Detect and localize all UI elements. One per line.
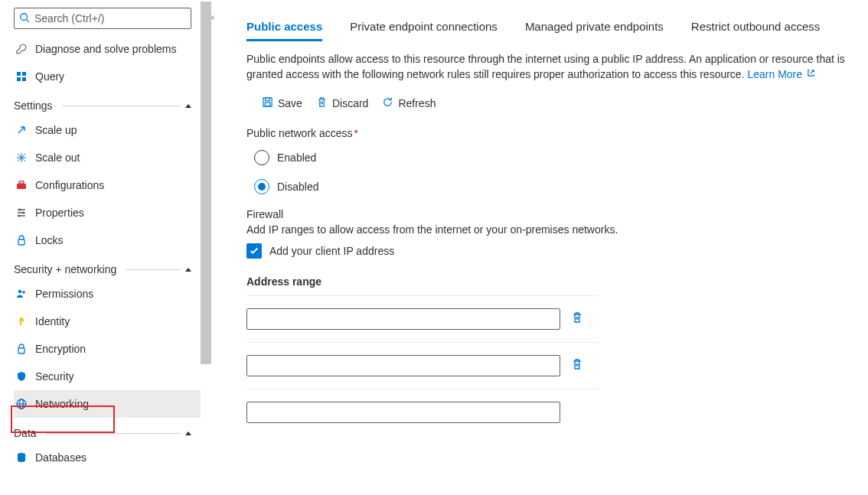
nav-label: Scale up (35, 124, 77, 136)
nav-label: Scale out (35, 151, 80, 164)
refresh-button[interactable]: Refresh (382, 96, 436, 110)
section-title: Settings (14, 99, 53, 112)
nav-item-encryption[interactable]: Encryption (14, 335, 201, 363)
nav-label: Query (35, 70, 64, 83)
svg-rect-4 (17, 77, 21, 81)
address-range-input[interactable] (246, 355, 560, 376)
radio-circle[interactable] (254, 150, 269, 165)
delete-row-button[interactable] (571, 311, 583, 326)
shield-icon (14, 370, 29, 383)
svg-rect-21 (265, 103, 270, 106)
svg-rect-3 (22, 72, 26, 76)
svg-rect-2 (17, 72, 21, 76)
svg-point-12 (18, 290, 21, 293)
svg-line-1 (27, 19, 30, 22)
sidebar: « Diagnose and solve problems Query Sett… (0, 0, 201, 495)
radio-label: Disabled (277, 181, 318, 193)
add-client-ip-checkbox-row[interactable]: Add your client IP address (246, 243, 853, 259)
discard-label: Discard (332, 97, 368, 109)
save-label: Save (278, 97, 302, 109)
search-icon (19, 12, 33, 25)
tab-managed-private-endpoints[interactable]: Managed private endpoints (525, 15, 664, 41)
address-range-input[interactable] (246, 402, 560, 423)
main-pane: Public accessPrivate endpoint connection… (201, 0, 868, 495)
radio-enabled[interactable]: Enabled (254, 150, 853, 165)
wrench-icon (14, 43, 29, 55)
address-range-header: Address range (246, 275, 853, 288)
svg-point-10 (18, 215, 21, 217)
external-link-icon (807, 70, 815, 79)
address-range-row (246, 342, 599, 389)
add-client-ip-label: Add your client IP address (269, 245, 394, 257)
section-title: Data (14, 427, 37, 439)
nav-item-configurations[interactable]: Configurations (14, 171, 201, 199)
radio-label: Enabled (277, 151, 316, 164)
tab-restrict-outbound-access[interactable]: Restrict outbound access (691, 15, 820, 41)
nav-item-networking[interactable]: Networking (14, 390, 201, 418)
radio-circle[interactable] (254, 179, 269, 194)
learn-more-label: Learn More (747, 68, 802, 80)
nav-label: Configurations (35, 179, 104, 191)
sidebar-search-input[interactable] (33, 11, 186, 25)
svg-rect-20 (266, 97, 270, 100)
svg-point-8 (19, 209, 21, 211)
svg-point-0 (21, 13, 28, 20)
svg-point-9 (22, 212, 24, 214)
discard-button[interactable]: Discard (316, 96, 368, 110)
section-header-data[interactable]: Data (14, 418, 191, 444)
address-range-input[interactable] (246, 308, 560, 330)
nav-item-scale-up[interactable]: Scale up (14, 116, 201, 144)
scaleup-icon (14, 124, 29, 136)
sidebar-search[interactable] (14, 8, 191, 29)
identity-icon (14, 315, 29, 327)
chevron-up-icon (185, 431, 191, 435)
save-icon (262, 96, 273, 110)
add-client-ip-checkbox[interactable] (246, 243, 262, 259)
tab-private-endpoint-connections[interactable]: Private endpoint connections (350, 15, 498, 41)
nav-label: Permissions (35, 288, 93, 300)
query-icon (14, 70, 29, 83)
firewall-title: Firewall (246, 208, 853, 220)
learn-more-link[interactable]: Learn More (747, 68, 814, 80)
nav-label: Encryption (35, 343, 86, 355)
svg-point-13 (22, 291, 25, 294)
nav-label: Security (35, 370, 74, 383)
radio-disabled[interactable]: Disabled (254, 179, 853, 194)
nav-item-query[interactable]: Query (14, 63, 201, 90)
chevron-up-icon (185, 104, 191, 108)
nav-label: Properties (35, 207, 84, 219)
nav-item-identity[interactable]: Identity (14, 308, 201, 335)
nav-item-databases[interactable]: Databases (14, 444, 201, 471)
svg-rect-11 (18, 239, 24, 245)
trash-icon (316, 96, 328, 110)
properties-icon (14, 207, 29, 219)
address-range-row (246, 389, 599, 435)
lock-icon (14, 343, 29, 355)
nav-item-locks[interactable]: Locks (14, 226, 201, 254)
firewall-help-text: Add IP ranges to allow access from the i… (246, 223, 853, 236)
tab-public-access[interactable]: Public access (246, 15, 322, 41)
nav-label: Networking (35, 398, 89, 410)
svg-rect-15 (18, 348, 24, 353)
section-divider (126, 269, 181, 270)
tab-description: Public endpoints allow access to this re… (246, 51, 851, 83)
nav-label: Locks (35, 234, 64, 246)
section-divider (46, 433, 181, 434)
nav-item-diagnose-and-solve-problems[interactable]: Diagnose and solve problems (14, 35, 201, 63)
nav-item-properties[interactable]: Properties (14, 199, 201, 226)
people-icon (14, 288, 29, 300)
nav-item-scale-out[interactable]: Scale out (14, 144, 201, 171)
section-header-settings[interactable]: Settings (14, 90, 191, 116)
network-icon (14, 398, 29, 410)
database-icon (14, 451, 29, 464)
save-button[interactable]: Save (262, 96, 302, 110)
section-title: Security + networking (14, 263, 116, 275)
nav-item-permissions[interactable]: Permissions (14, 280, 201, 308)
nav-item-security[interactable]: Security (14, 363, 201, 390)
delete-row-button[interactable] (571, 358, 583, 373)
command-bar: Save Discard Refresh (262, 96, 853, 110)
svg-rect-5 (22, 77, 26, 81)
tab-bar: Public accessPrivate endpoint connection… (246, 15, 853, 41)
chevron-up-icon (185, 268, 191, 272)
section-header-security-networking[interactable]: Security + networking (14, 254, 191, 280)
